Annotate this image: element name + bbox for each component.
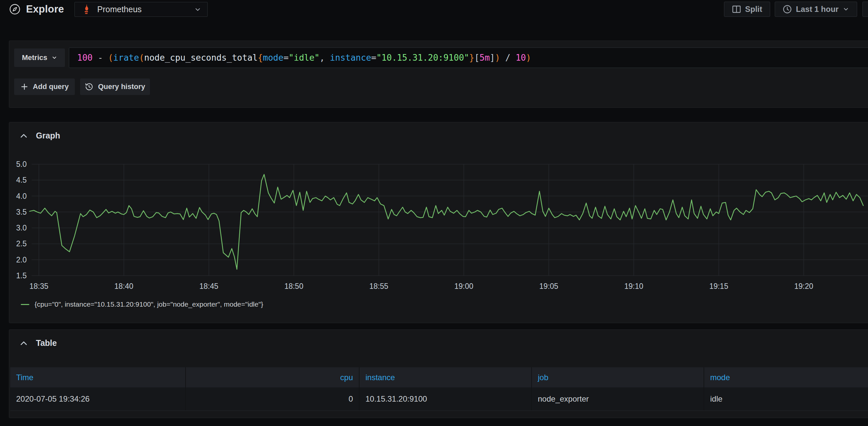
table-row: 2020-07-05 19:34:26010.15.31.20:9100node…: [10, 388, 868, 411]
chevron-down-icon: [843, 6, 849, 12]
svg-text:18:55: 18:55: [369, 282, 389, 291]
metrics-label: Metrics: [22, 53, 47, 62]
legend-item[interactable]: {cpu="0", instance="10.15.31.20:9100", j…: [21, 300, 263, 308]
chevron-down-icon: [52, 55, 57, 61]
svg-text:3.5: 3.5: [16, 208, 27, 216]
add-query-button[interactable]: Add query: [14, 79, 75, 95]
top-nav: Explore Prometheus Split: [0, 0, 868, 19]
graph-panel: Graph 5.04.54.03.53.02.52.01.518:3518:40…: [9, 122, 868, 323]
table-cell: 10.15.31.20:9100: [360, 388, 532, 410]
query-history-button[interactable]: Query history: [80, 79, 150, 95]
table-cell: idle: [704, 388, 868, 410]
chevron-down-icon: [194, 6, 202, 13]
page-title: Explore: [26, 3, 64, 15]
datasource-name: Prometheus: [97, 5, 189, 14]
svg-text:3.0: 3.0: [16, 223, 27, 232]
query-history-label: Query history: [98, 83, 145, 91]
metrics-dropdown-button[interactable]: Metrics: [14, 49, 65, 67]
time-series-chart[interactable]: 5.04.54.03.53.02.52.01.518:3518:4018:451…: [9, 122, 868, 324]
legend-series-label: {cpu="0", instance="10.15.31.20:9100", j…: [35, 300, 263, 308]
split-button[interactable]: Split: [724, 2, 770, 17]
table-body: 2020-07-05 19:34:26010.15.31.20:9100node…: [10, 388, 868, 411]
svg-text:4.0: 4.0: [16, 192, 27, 201]
legend-series-color: [21, 304, 29, 305]
query-editor-panel: Metrics 100 - (irate(node_cpu_seconds_to…: [9, 40, 868, 108]
plus-icon: [21, 83, 28, 91]
prometheus-icon: [81, 4, 92, 15]
svg-text:18:50: 18:50: [284, 282, 304, 291]
table-cell: node_exporter: [532, 388, 704, 410]
svg-text:19:20: 19:20: [794, 282, 813, 291]
svg-text:18:40: 18:40: [114, 282, 133, 291]
svg-text:19:10: 19:10: [624, 282, 643, 291]
query-input[interactable]: 100 - (irate(node_cpu_seconds_total{mode…: [69, 48, 868, 68]
svg-text:19:05: 19:05: [539, 282, 559, 291]
explore-brand: Explore: [9, 3, 64, 15]
cut-off-button[interactable]: [862, 2, 868, 17]
table-header-cell-instance[interactable]: instance: [360, 367, 532, 388]
results-table: Timecpuinstancejobmode 2020-07-05 19:34:…: [10, 367, 868, 411]
split-label: Split: [745, 5, 762, 14]
svg-text:1.5: 1.5: [16, 271, 27, 280]
svg-text:19:00: 19:00: [455, 282, 473, 291]
split-pane-icon: [732, 5, 741, 14]
svg-text:5.0: 5.0: [16, 160, 27, 169]
svg-text:19:15: 19:15: [709, 282, 728, 291]
svg-text:4.5: 4.5: [16, 176, 27, 184]
table-section-title: Table: [36, 338, 57, 348]
history-icon: [85, 83, 93, 91]
table-panel: Table Timecpuinstancejobmode 2020-07-05 …: [9, 329, 868, 418]
datasource-picker[interactable]: Prometheus: [74, 2, 208, 17]
table-header-cell-job[interactable]: job: [532, 367, 704, 388]
table-header-row: Timecpuinstancejobmode: [10, 367, 868, 388]
table-header-cell-mode[interactable]: mode: [704, 367, 868, 388]
table-header-cell-cpu[interactable]: cpu: [186, 367, 360, 388]
table-cell: 2020-07-05 19:34:26: [10, 388, 186, 410]
compass-icon: [9, 3, 21, 15]
table-cell: 0: [186, 388, 360, 410]
svg-text:2.0: 2.0: [16, 255, 27, 264]
table-header-cell-Time[interactable]: Time: [10, 367, 186, 388]
clock-icon: [783, 5, 792, 14]
promql-expression: 100 - (irate(node_cpu_seconds_total{mode…: [77, 53, 531, 63]
svg-text:18:35: 18:35: [29, 282, 49, 291]
svg-text:2.5: 2.5: [16, 239, 27, 248]
svg-text:18:45: 18:45: [199, 282, 218, 291]
chevron-up-icon: [20, 341, 27, 345]
time-range-label: Last 1 hour: [796, 5, 838, 14]
time-picker-button[interactable]: Last 1 hour: [775, 2, 857, 17]
add-query-label: Add query: [33, 83, 69, 91]
table-section-toggle[interactable]: Table: [20, 338, 57, 348]
